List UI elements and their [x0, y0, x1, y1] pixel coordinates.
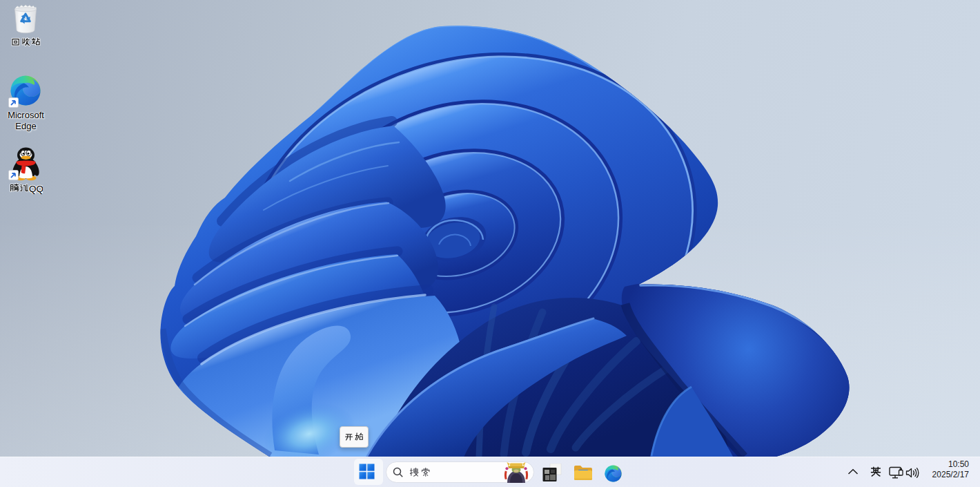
- svg-text:QQ: QQ: [29, 184, 43, 194]
